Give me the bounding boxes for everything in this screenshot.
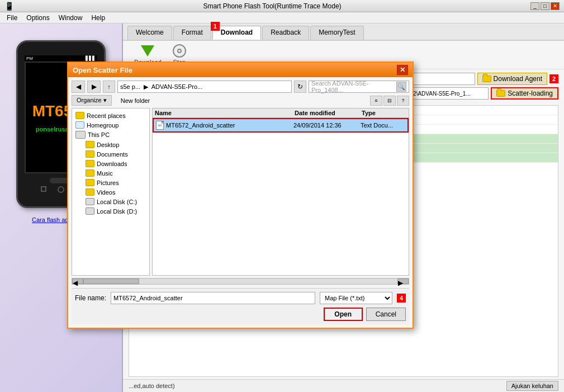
nav-up-button[interactable]: ↑ (103, 81, 115, 93)
file-name: MT6572_Android_scatter (164, 122, 293, 129)
stop-icon (173, 44, 186, 58)
nav-search-box: Search ADVAN-S5E-Pro_1408... 🔍 (309, 81, 409, 93)
file-list-header: Name Date modified Type (153, 108, 409, 118)
nav-back-button[interactable]: ◀ (72, 81, 85, 93)
status-text: ...ed,auto detect) (129, 382, 175, 389)
menu-bar: File Options Window Help (0, 12, 564, 23)
disk-d-icon (86, 207, 94, 215)
minimize-button[interactable]: _ (530, 2, 539, 10)
tab-download[interactable]: Download 1 (212, 26, 261, 40)
tab-readback[interactable]: Readback (262, 26, 309, 40)
dialog-close-button[interactable]: ✕ (397, 65, 408, 75)
desktop-icon (86, 141, 94, 148)
tab-badge-1: 1 (211, 22, 220, 31)
view-list-button[interactable]: ≡ (370, 96, 382, 106)
dialog-footer: File name: Map File (*.txt) 4 Open Cance… (72, 288, 409, 324)
pictures-icon (86, 179, 94, 186)
filename-label: File name: (75, 294, 106, 302)
tab-memorytest[interactable]: MemoryTest (310, 26, 363, 40)
tab-format[interactable]: Format (173, 26, 211, 40)
view-buttons: ≡ ⊟ ? (370, 96, 409, 106)
filename-input[interactable] (111, 292, 315, 304)
col-type[interactable]: Type (362, 110, 406, 116)
nav-refresh-button[interactable]: ↻ (294, 81, 306, 93)
download-icon (140, 44, 155, 58)
dialog-toolbar: Organize ▾ New folder ≡ ⊟ ? (72, 95, 409, 106)
scroll-left-btn[interactable]: ◀ (72, 278, 83, 284)
recent-places-icon (75, 112, 84, 119)
scroll-right-btn[interactable]: ▶ (397, 278, 409, 284)
file-type: Text Docu... (361, 122, 405, 129)
tree-homegroup[interactable]: Homegroup (74, 120, 147, 130)
ajukan-button[interactable]: Ajukan keluhan (506, 381, 558, 391)
tree-local-d[interactable]: Local Disk (D:) (74, 206, 147, 216)
horizontal-scrollbar[interactable]: ◀ ▶ (72, 278, 409, 285)
scroll-area: ◀ ▶ (72, 278, 409, 285)
dialog-body: ◀ ▶ ↑ ↻ Search ADVAN-S5E-Pro_1408... 🔍 O… (68, 77, 413, 328)
dialog-nav-bar: ◀ ▶ ↑ ↻ Search ADVAN-S5E-Pro_1408... 🔍 (72, 81, 409, 93)
maximize-button[interactable]: □ (541, 2, 549, 10)
cancel-button[interactable]: Cancel (366, 308, 406, 321)
menu-file[interactable]: File (2, 13, 22, 23)
view-details-button[interactable]: ⊟ (383, 96, 396, 106)
documents-icon (86, 150, 94, 158)
music-icon (86, 169, 94, 177)
tree-local-c[interactable]: Local Disk (C:) (74, 197, 147, 206)
dialog-title-bar: Open Scatter File ✕ (68, 63, 413, 77)
search-placeholder: Search ADVAN-S5E-Pro_1408... (311, 80, 396, 93)
close-button[interactable]: ✕ (551, 2, 560, 10)
file-list-panel: Name Date modified Type txt MT6572_Andro… (152, 108, 409, 276)
badge-4: 4 (397, 294, 406, 303)
col-name[interactable]: Name (155, 110, 295, 116)
tree-music[interactable]: Music (74, 168, 147, 178)
new-folder-button[interactable]: New folder (116, 96, 155, 105)
homegroup-icon (75, 121, 84, 129)
menu-help[interactable]: Help (87, 13, 110, 23)
view-help-button[interactable]: ? (397, 96, 409, 106)
filetype-select[interactable]: Map File (*.txt) (320, 292, 392, 304)
dialog-title-text: Open Scatter File (73, 66, 132, 74)
videos-icon (86, 188, 94, 196)
file-browser: Recent places Homegroup This PC Desktop … (72, 108, 409, 276)
down-arrow-icon (141, 45, 154, 56)
tree-recent-places[interactable]: Recent places (74, 111, 147, 120)
window-controls: _ □ ✕ (530, 2, 560, 10)
tree-panel: Recent places Homegroup This PC Desktop … (72, 108, 150, 276)
menu-options[interactable]: Options (22, 13, 54, 23)
file-row-scatter[interactable]: txt MT6572_Android_scatter 24/09/2014 12… (153, 118, 409, 133)
phone-status-bar: PM ▋▋▋ (25, 55, 97, 62)
tab-welcome[interactable]: Welcome (127, 26, 172, 40)
nav-forward-button[interactable]: ▶ (87, 81, 101, 93)
organize-button[interactable]: Organize ▾ (72, 95, 112, 106)
footer-buttons: Open Cancel (75, 308, 406, 321)
search-button[interactable]: 🔍 (396, 82, 406, 92)
tabs-bar: Welcome Format Download 1 Readback Memor… (123, 23, 564, 41)
title-bar: 📱 Smart Phone Flash Tool(Runtime Trace M… (0, 0, 564, 12)
window-title: Smart Phone Flash Tool(Runtime Trace Mod… (14, 2, 530, 10)
open-button[interactable]: Open (324, 308, 363, 321)
tree-this-pc[interactable]: This PC (74, 130, 147, 140)
tree-desktop[interactable]: Desktop (74, 140, 147, 149)
this-pc-icon (75, 131, 86, 139)
menu-window[interactable]: Window (54, 13, 87, 23)
phone-back-btn (41, 186, 46, 192)
download-agent-button[interactable]: Download Agent (477, 73, 547, 85)
badge-2: 2 (549, 74, 558, 83)
scroll-thumb[interactable] (83, 278, 139, 284)
tree-videos[interactable]: Videos (74, 187, 147, 197)
downloads-icon (86, 160, 94, 167)
col-date[interactable]: Date modified (295, 110, 362, 116)
tree-pictures[interactable]: Pictures (74, 178, 147, 187)
disk-c-icon (86, 198, 94, 205)
tree-documents[interactable]: Documents (74, 149, 147, 159)
scatter-loading-button[interactable]: Scatter-loading (491, 87, 558, 100)
scatter-folder-icon (496, 90, 505, 97)
nav-path-input[interactable] (117, 81, 292, 93)
footer-row: File name: Map File (*.txt) 4 (75, 292, 406, 304)
title-icon: 📱 (4, 2, 14, 11)
folder-icon (482, 75, 491, 82)
phone-home-circle (58, 186, 64, 193)
file-txt-icon: txt (156, 121, 164, 130)
tree-downloads[interactable]: Downloads (74, 159, 147, 168)
file-date: 24/09/2014 12:36 (293, 122, 361, 129)
